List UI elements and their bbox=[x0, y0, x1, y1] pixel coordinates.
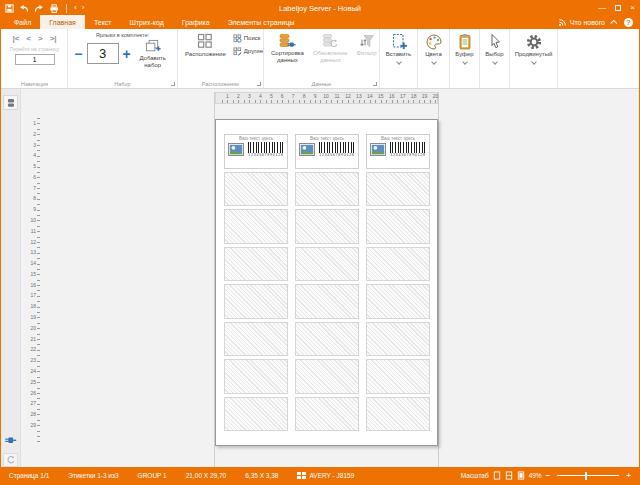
insert-icon bbox=[390, 33, 408, 51]
label-barcode[interactable]: 1234567890128 bbox=[319, 142, 355, 157]
page-number-input[interactable] bbox=[15, 54, 55, 65]
search-button[interactable]: Поиск bbox=[233, 34, 263, 43]
label-cell-empty[interactable] bbox=[366, 359, 430, 394]
tab-Главная[interactable]: Главная bbox=[40, 15, 85, 29]
minimize-button[interactable]: — bbox=[598, 4, 606, 12]
maximize-button[interactable] bbox=[615, 5, 621, 11]
label-image[interactable] bbox=[228, 143, 244, 156]
filter-button[interactable]: Фильтр bbox=[354, 32, 380, 64]
label-cell-empty[interactable] bbox=[295, 247, 359, 282]
zoom-percent: 49% bbox=[529, 472, 542, 479]
print-icon[interactable] bbox=[49, 4, 59, 13]
view-normal-icon[interactable] bbox=[493, 471, 501, 480]
advanced-button[interactable]: Продвинутый bbox=[514, 32, 553, 64]
label-barcode[interactable]: 1234567890128 bbox=[390, 142, 426, 157]
dialog-launcher-icon[interactable] bbox=[373, 82, 377, 86]
close-button[interactable]: × bbox=[630, 4, 635, 12]
label-cell-empty[interactable] bbox=[295, 209, 359, 244]
label-barcode[interactable]: 1234567890128 bbox=[248, 142, 284, 157]
first-page-button[interactable]: |< bbox=[12, 34, 19, 43]
label-cell-empty[interactable] bbox=[224, 397, 288, 432]
redo-icon[interactable] bbox=[34, 4, 44, 13]
label-cell-empty[interactable] bbox=[295, 172, 359, 207]
chevron-down-icon[interactable] bbox=[531, 59, 537, 65]
label-cell-empty[interactable] bbox=[224, 284, 288, 319]
tab-Элементы страницы[interactable]: Элементы страницы bbox=[219, 15, 304, 29]
tab-Графика[interactable]: Графика bbox=[173, 15, 219, 29]
refresh-data-button[interactable]: Обновление данных bbox=[310, 32, 351, 64]
next-page-button[interactable]: > bbox=[38, 34, 43, 43]
tab-Файл[interactable]: Файл bbox=[5, 15, 40, 29]
sort-data-button[interactable]: Сортировка данных bbox=[268, 32, 307, 64]
others-button[interactable]: Другие bbox=[233, 47, 263, 56]
label-cell-empty[interactable] bbox=[295, 397, 359, 432]
help-icon[interactable]: ? bbox=[624, 18, 633, 27]
layout-grid-icon bbox=[197, 33, 213, 49]
labels-panel-button[interactable] bbox=[3, 95, 18, 110]
data-connection-indicator bbox=[4, 435, 17, 446]
last-page-button[interactable]: >| bbox=[50, 34, 57, 43]
dialog-launcher-icon[interactable] bbox=[171, 82, 175, 86]
whats-new-button[interactable]: Что нового bbox=[558, 18, 605, 27]
label-cell-empty[interactable] bbox=[224, 322, 288, 357]
chevron-down-icon[interactable] bbox=[396, 59, 402, 65]
label-cell-empty[interactable] bbox=[366, 172, 430, 207]
clipboard-button[interactable]: Буфер bbox=[454, 32, 475, 64]
label-cell-filled[interactable]: Ваш текст здесь1234567890128 bbox=[224, 134, 288, 169]
group-indicator: GROUP 1 bbox=[138, 472, 167, 479]
zoom-out-button[interactable]: − bbox=[546, 472, 551, 480]
dialog-launcher-icon[interactable] bbox=[257, 82, 261, 86]
layout-button[interactable]: Расположение bbox=[182, 32, 229, 58]
label-cell-empty[interactable] bbox=[295, 359, 359, 394]
prev-page-button[interactable]: < bbox=[26, 34, 31, 43]
zoom-in-button[interactable]: + bbox=[626, 472, 631, 480]
ruler-number: 15 bbox=[378, 93, 384, 99]
back-button[interactable]: ‹ bbox=[74, 4, 77, 12]
refresh-view-button[interactable] bbox=[3, 453, 18, 467]
barcode-digits: 1234567890128 bbox=[248, 153, 284, 157]
label-image[interactable] bbox=[370, 143, 386, 156]
undo-icon[interactable] bbox=[19, 4, 29, 13]
label-cell-empty[interactable] bbox=[366, 247, 430, 282]
label-cell-empty[interactable] bbox=[224, 172, 288, 207]
ruler-number: 16 bbox=[30, 282, 36, 288]
save-icon[interactable] bbox=[5, 4, 14, 13]
chevron-down-icon[interactable] bbox=[492, 59, 498, 65]
add-set-button[interactable]: Добавить набор bbox=[135, 39, 171, 69]
label-cell-empty[interactable] bbox=[224, 359, 288, 394]
ruler-number: 28 bbox=[30, 411, 36, 417]
ruler-number: 7 bbox=[33, 185, 36, 191]
label-image[interactable] bbox=[299, 143, 315, 156]
forward-button[interactable]: › bbox=[82, 4, 85, 12]
ruler-number: 24 bbox=[30, 368, 36, 374]
label-cell-empty[interactable] bbox=[366, 284, 430, 319]
label-placeholder-text: Ваш текст здесь bbox=[367, 136, 429, 141]
chevron-down-icon[interactable] bbox=[431, 59, 437, 65]
group-caption: Набор bbox=[68, 81, 177, 87]
insert-button[interactable]: Вставить bbox=[384, 32, 413, 64]
ruler-number: 12 bbox=[345, 93, 351, 99]
view-fit-width-icon[interactable] bbox=[505, 471, 513, 480]
label-cell-empty[interactable] bbox=[295, 284, 359, 319]
select-button[interactable]: Выбор bbox=[484, 32, 505, 64]
view-fit-page-icon[interactable] bbox=[517, 471, 525, 480]
tab-Штрих-код[interactable]: Штрих-код bbox=[121, 15, 173, 29]
zoom-slider-handle[interactable] bbox=[585, 472, 587, 480]
label-cell-empty[interactable] bbox=[224, 247, 288, 282]
label-cell-filled[interactable]: Ваш текст здесь1234567890128 bbox=[366, 134, 430, 169]
tab-Текст[interactable]: Текст bbox=[85, 15, 121, 29]
collapse-ribbon-icon[interactable] bbox=[610, 19, 617, 26]
labels-count-value[interactable]: 3 bbox=[87, 43, 119, 64]
ruler-number: 2 bbox=[237, 93, 240, 99]
label-cell-empty[interactable] bbox=[224, 209, 288, 244]
label-cell-empty[interactable] bbox=[366, 322, 430, 357]
label-cell-empty[interactable] bbox=[295, 322, 359, 357]
label-cell-empty[interactable] bbox=[366, 209, 430, 244]
zoom-slider[interactable] bbox=[557, 475, 619, 476]
decrease-count-button[interactable]: − bbox=[74, 47, 82, 61]
increase-count-button[interactable]: + bbox=[123, 47, 131, 61]
label-cell-empty[interactable] bbox=[366, 397, 430, 432]
label-cell-filled[interactable]: Ваш текст здесь1234567890128 bbox=[295, 134, 359, 169]
chevron-down-icon[interactable] bbox=[462, 59, 468, 65]
colors-button[interactable]: Цвета bbox=[422, 32, 445, 64]
